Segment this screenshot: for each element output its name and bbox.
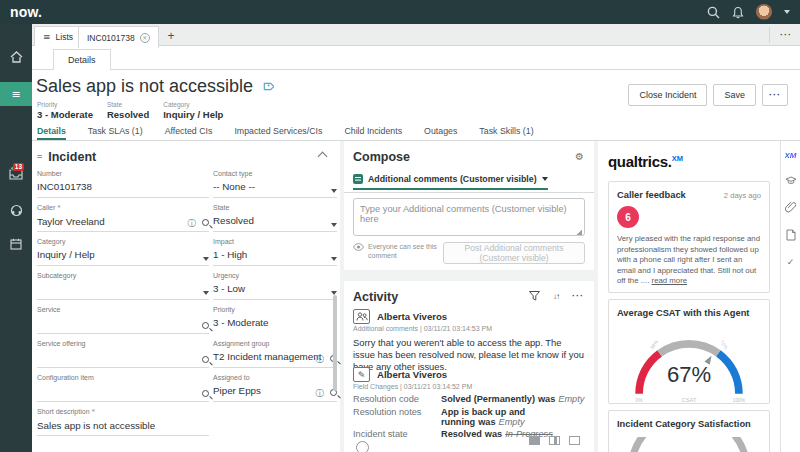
- category-satisfaction-card: Incident Category Satisfaction: [608, 410, 770, 452]
- field-impact[interactable]: Impact 1 - High: [213, 237, 337, 266]
- chevron-up-icon[interactable]: [318, 152, 328, 162]
- edit-pencil-icon: ✎: [353, 367, 370, 382]
- sort-icon[interactable]: ↓↑: [553, 292, 559, 301]
- comments-icon: [353, 174, 363, 184]
- activity-panel: Activity ↓↑ ··· Alberta Viveros Addition…: [344, 281, 594, 452]
- info-icon[interactable]: ⓘ: [316, 355, 325, 364]
- subtab-details[interactable]: Details: [53, 49, 111, 70]
- read-more-link[interactable]: read more: [652, 276, 688, 285]
- notifications-bell-icon[interactable]: [732, 6, 744, 19]
- tab-impacted-services[interactable]: Impacted Services/CIs: [234, 122, 322, 140]
- servicenow-logo: now.: [0, 4, 42, 20]
- search-icon[interactable]: [202, 390, 209, 397]
- section-collapse-handle-icon[interactable]: =: [37, 152, 42, 162]
- chevron-down-icon[interactable]: [331, 189, 337, 193]
- user-menu-caret-icon[interactable]: [784, 10, 790, 14]
- chevron-down-icon[interactable]: [203, 257, 209, 261]
- feedback-score-badge: 6: [617, 206, 639, 228]
- compose-panel: Compose ⚙ Additional comments (Customer …: [344, 141, 594, 270]
- sidebar-item-inbox[interactable]: 13: [0, 162, 32, 186]
- search-icon[interactable]: [202, 356, 209, 363]
- save-button[interactable]: Save: [713, 84, 756, 106]
- activity-more-button[interactable]: ···: [572, 291, 584, 301]
- field-configuration-item[interactable]: Configuration item: [37, 373, 209, 402]
- close-tab-icon[interactable]: ✕: [140, 33, 150, 43]
- close-incident-button[interactable]: Close Incident: [628, 84, 707, 106]
- card-title: Caller feedback: [617, 190, 686, 200]
- field-caller[interactable]: Caller* Taylor Vreeland ⓘ: [37, 203, 209, 232]
- card-title: Incident Category Satisfaction: [617, 419, 761, 429]
- info-icon[interactable]: ⓘ: [316, 389, 325, 398]
- workspace-tab-strip: ≡ Lists INC0101738 ✕ + ···: [32, 24, 800, 46]
- sidebar-item-home[interactable]: [0, 45, 32, 69]
- chevron-down-icon[interactable]: [331, 223, 337, 227]
- inbox-count-badge: 13: [13, 163, 24, 172]
- check-icon[interactable]: ✓: [787, 257, 795, 267]
- activity-meta: Field Changes | 03/11/21 03:14:52 PM: [353, 383, 585, 390]
- field-urgency[interactable]: Urgency 3 - Low: [213, 271, 337, 300]
- field-category[interactable]: Category Inquiry / Help: [37, 237, 209, 266]
- more-actions-button[interactable]: ···: [762, 84, 788, 106]
- incident-form-panel: = Incident Number INC0101738 Caller* Tay…: [32, 141, 340, 452]
- comment-input[interactable]: [353, 198, 585, 236]
- tab-task-slas[interactable]: Task SLAs (1): [88, 122, 143, 140]
- gauge-value: 67%: [667, 362, 711, 387]
- field-state[interactable]: State Resolved: [213, 203, 337, 232]
- new-tab-button[interactable]: +: [160, 26, 182, 46]
- field-number[interactable]: Number INC0101738: [37, 169, 209, 198]
- tab-lists[interactable]: ≡ Lists: [34, 26, 82, 47]
- chevron-down-icon[interactable]: [331, 257, 337, 261]
- field-assignment-group[interactable]: Assignment group T2 Incident management …: [213, 339, 337, 368]
- card-title: Average CSAT with this Agent: [617, 308, 761, 318]
- paperclip-icon[interactable]: [785, 201, 796, 213]
- info-icon[interactable]: ⓘ: [188, 219, 197, 228]
- chevron-down-icon[interactable]: [203, 291, 209, 295]
- search-icon[interactable]: [202, 322, 209, 329]
- tab-task-skills[interactable]: Task Skills (1): [479, 122, 533, 140]
- field-assigned-to[interactable]: Assigned to Piper Epps ⓘ: [213, 373, 337, 402]
- field-service-offering[interactable]: Service offering: [37, 339, 209, 368]
- qualtrics-logo: qualtrics.XM: [608, 153, 683, 170]
- tab-outages[interactable]: Outages: [424, 122, 457, 140]
- record-tabs: Details Task SLAs (1) Affected CIs Impac…: [32, 122, 800, 141]
- record-meta: Priority3 - Moderate StateResolved Categ…: [37, 101, 223, 120]
- sidebar-item-agent-assist[interactable]: [0, 198, 32, 222]
- search-icon[interactable]: [202, 219, 209, 226]
- layout-single-icon[interactable]: [529, 436, 540, 445]
- meta-value: Inquiry / Help: [163, 109, 223, 120]
- tab-details[interactable]: Details: [37, 122, 66, 140]
- activity-author: Alberta Viveros: [377, 311, 447, 322]
- compose-tab-additional-comments[interactable]: Additional comments (Customer visible): [353, 174, 548, 190]
- tab-child-incidents[interactable]: Child Incidents: [344, 122, 402, 140]
- sidebar-item-calendar[interactable]: [0, 232, 32, 256]
- home-icon: [10, 51, 23, 63]
- tab-record-inc0101738[interactable]: INC0101738 ✕: [78, 26, 159, 48]
- search-icon[interactable]: [707, 6, 720, 19]
- field-short-description[interactable]: Short description* Sales app is not acce…: [37, 407, 209, 436]
- field-change-row: Resolution notes App is back up and runn…: [353, 407, 585, 427]
- layout-split-icon[interactable]: [549, 436, 560, 445]
- compose-settings-icon[interactable]: ⚙: [575, 151, 584, 162]
- field-subcategory[interactable]: Subcategory: [37, 271, 209, 300]
- strip-divider: [769, 27, 770, 43]
- sidebar-item-lists[interactable]: ≡: [0, 82, 32, 106]
- field-contact-type[interactable]: Contact type -- None --: [213, 169, 337, 198]
- hamburger-icon: ≡: [43, 32, 51, 42]
- filter-icon[interactable]: [529, 291, 540, 301]
- tab-strip-more-button[interactable]: ···: [780, 24, 792, 46]
- meta-label: State: [107, 101, 149, 108]
- post-comment-button[interactable]: Post Additional comments (Customer visib…: [443, 242, 585, 264]
- tab-affected-cis[interactable]: Affected CIs: [165, 122, 213, 140]
- field-service[interactable]: Service: [37, 305, 209, 334]
- form-scrollbar[interactable]: [333, 295, 337, 391]
- tag-icon[interactable]: [261, 80, 274, 93]
- left-nav-rail: ≡ 13: [0, 24, 32, 452]
- page-title: Sales app is not accessible: [36, 76, 253, 97]
- meta-label: Priority: [37, 101, 93, 108]
- layout-full-icon[interactable]: [569, 436, 580, 445]
- user-avatar[interactable]: [756, 4, 772, 20]
- group-comment-icon: [353, 309, 370, 324]
- feedback-text: Very pleased with the rapid response and…: [617, 234, 761, 287]
- graduation-cap-icon[interactable]: [785, 176, 797, 185]
- document-icon[interactable]: [786, 229, 796, 241]
